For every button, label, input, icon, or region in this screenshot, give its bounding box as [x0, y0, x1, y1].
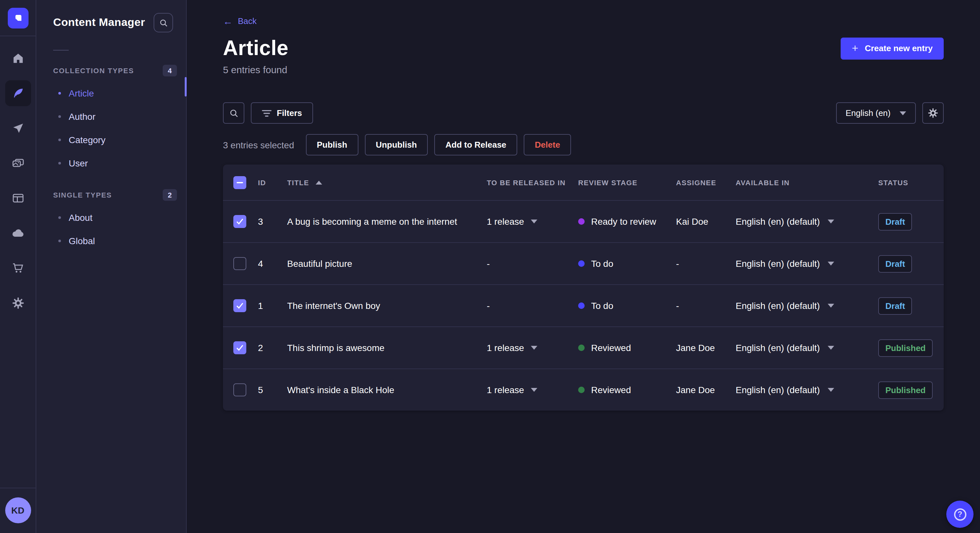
review-stage-dot — [578, 303, 585, 309]
collection-types-label: COLLECTION TYPES — [53, 67, 134, 75]
user-avatar[interactable]: KD — [5, 497, 31, 523]
view-settings-button[interactable] — [922, 102, 944, 124]
row-review-stage: Ready to review — [578, 216, 676, 227]
entries-count: 5 entries found — [223, 64, 944, 75]
table-row[interactable]: 5 What's inside a Black Hole 1 release R… — [223, 368, 944, 411]
filter-icon — [262, 109, 272, 117]
search-button[interactable] — [223, 102, 244, 124]
row-review-stage: To do — [578, 259, 676, 269]
plus-icon: + — [852, 42, 859, 55]
row-locale-select[interactable]: English (en) (default) — [736, 300, 878, 311]
row-locale-select[interactable]: English (en) (default) — [736, 385, 878, 395]
col-available-in[interactable]: AVAILABLE IN — [736, 178, 878, 186]
sidebar-item-about[interactable]: About — [36, 206, 186, 229]
sidebar-item-label: About — [69, 213, 92, 223]
review-stage-dot — [578, 344, 585, 351]
row-release-select[interactable]: - — [487, 300, 578, 311]
create-entry-button[interactable]: + Create new entry — [841, 37, 944, 59]
row-release-select[interactable]: - — [487, 259, 578, 269]
select-all-checkbox[interactable] — [233, 176, 246, 189]
back-arrow-icon: ← — [223, 16, 233, 26]
col-title[interactable]: TITLE — [287, 178, 487, 186]
strapi-logo[interactable] — [8, 8, 28, 28]
bullet-icon — [58, 115, 61, 118]
chevron-down-icon — [828, 346, 834, 350]
releases-icon[interactable] — [5, 115, 31, 141]
content-type-builder-icon[interactable] — [5, 185, 31, 211]
row-release-select[interactable]: 1 release — [487, 216, 578, 227]
sidebar-item-category[interactable]: Category — [36, 128, 186, 152]
chevron-down-icon — [828, 262, 834, 265]
home-icon[interactable] — [5, 45, 31, 71]
review-stage-dot — [578, 387, 585, 393]
question-mark-icon: ? — [954, 508, 966, 520]
col-id[interactable]: ID — [258, 178, 287, 186]
marketplace-cart-icon[interactable] — [5, 255, 31, 281]
row-id: 5 — [258, 385, 287, 395]
row-id: 3 — [258, 216, 287, 227]
table-row[interactable]: 4 Beautiful picture - To do - English (e… — [223, 242, 944, 284]
content-manager-sidebar: Content Manager COLLECTION TYPES 4 Artic… — [36, 0, 187, 533]
status-badge: Published — [878, 381, 933, 399]
row-checkbox[interactable] — [233, 341, 246, 354]
row-review-stage: To do — [578, 300, 676, 311]
row-id: 1 — [258, 300, 287, 311]
back-link[interactable]: ← Back — [223, 16, 257, 26]
row-review-stage: Reviewed — [578, 385, 676, 395]
row-title: A bug is becoming a meme on the internet — [287, 216, 487, 227]
help-button[interactable]: ? — [946, 501, 974, 528]
sidebar-title: Content Manager — [53, 16, 145, 29]
row-id: 4 — [258, 259, 287, 269]
bullet-icon — [58, 240, 61, 242]
col-review-stage[interactable]: REVIEW STAGE — [578, 178, 676, 186]
row-assignee: Jane Doe — [676, 343, 736, 353]
sidebar-item-article[interactable]: Article — [36, 82, 186, 105]
col-assignee[interactable]: ASSIGNEE — [676, 178, 736, 186]
locale-select[interactable]: English (en) — [836, 102, 916, 124]
content-manager-icon[interactable] — [5, 80, 31, 106]
table-header-row: ID TITLE TO BE RELEASED IN REVIEW STAGE … — [223, 165, 944, 200]
publish-button[interactable]: Publish — [305, 134, 358, 155]
filters-button[interactable]: Filters — [251, 102, 313, 124]
bullet-icon — [58, 216, 61, 219]
delete-button[interactable]: Delete — [524, 134, 571, 155]
release-chevron-icon — [530, 219, 537, 224]
sidebar-divider — [53, 50, 69, 51]
entries-table: ID TITLE TO BE RELEASED IN REVIEW STAGE … — [223, 165, 944, 411]
sidebar-item-global[interactable]: Global — [36, 229, 186, 252]
row-title: Beautiful picture — [287, 259, 487, 269]
indeterminate-dash-icon — [237, 182, 243, 183]
row-locale-select[interactable]: English (en) (default) — [736, 343, 878, 353]
deploy-cloud-icon[interactable] — [5, 220, 31, 246]
page-title: Article — [223, 36, 288, 60]
check-icon — [235, 343, 244, 352]
col-to-be-released-in[interactable]: TO BE RELEASED IN — [487, 178, 578, 186]
row-checkbox[interactable] — [233, 215, 246, 228]
release-chevron-icon — [530, 346, 537, 350]
table-row[interactable]: 1 The internet's Own boy - To do - Engli… — [223, 284, 944, 327]
row-locale-select[interactable]: English (en) (default) — [736, 216, 878, 227]
gear-icon — [928, 108, 939, 119]
row-locale-select[interactable]: English (en) (default) — [736, 259, 878, 269]
row-checkbox[interactable] — [233, 257, 246, 270]
settings-gear-icon[interactable] — [5, 290, 31, 316]
row-release-select[interactable]: 1 release — [487, 385, 578, 395]
unpublish-button[interactable]: Unpublish — [364, 134, 428, 155]
collection-types-count: 4 — [163, 65, 177, 76]
col-status[interactable]: STATUS — [878, 178, 944, 186]
sidebar-item-label: User — [69, 158, 88, 168]
row-title: This shrimp is awesome — [287, 343, 487, 353]
row-release-select[interactable]: 1 release — [487, 343, 578, 353]
table-row[interactable]: 2 This shrimp is awesome 1 release Revie… — [223, 327, 944, 368]
table-row[interactable]: 3 A bug is becoming a meme on the intern… — [223, 200, 944, 242]
main-content: ← Back Article + Create new entry 5 entr… — [187, 0, 980, 533]
sidebar-search-button[interactable] — [154, 13, 173, 32]
sidebar-item-user[interactable]: User — [36, 152, 186, 175]
chevron-down-icon — [900, 111, 906, 115]
add-to-release-button[interactable]: Add to Release — [434, 134, 517, 155]
sidebar-item-author[interactable]: Author — [36, 105, 186, 128]
row-checkbox[interactable] — [233, 383, 246, 397]
media-library-icon[interactable] — [5, 150, 31, 176]
row-checkbox[interactable] — [233, 299, 246, 312]
nav-rail: KD — [0, 0, 36, 533]
